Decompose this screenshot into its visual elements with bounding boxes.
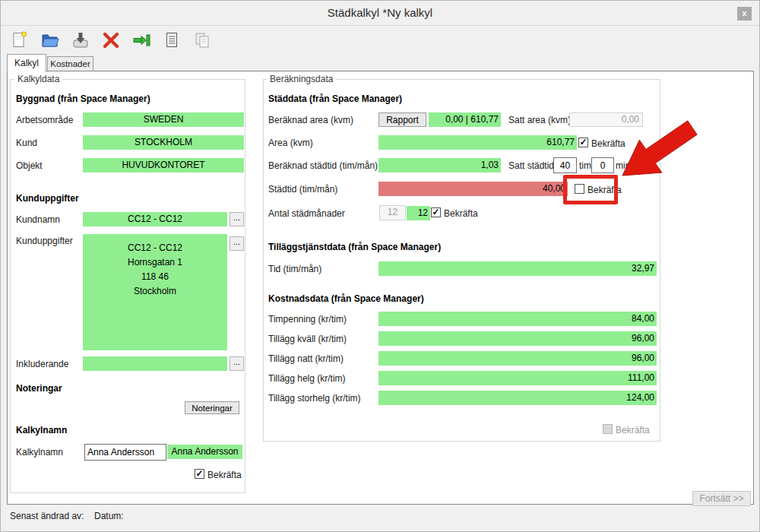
kunduppgifter-field: CC12 - CC12 Hornsgatan 1 118 46 Stockhol… xyxy=(83,234,227,350)
title-bar: Städkalkyl *Ny kalkyl xyxy=(1,1,759,26)
timpenning-field: 84,00 xyxy=(378,312,657,326)
kunduppgifter-line: CC12 - CC12 xyxy=(83,241,227,255)
kundnamn-field: CC12 - CC12 xyxy=(83,212,227,226)
beraknad-stadtid-label: Beräknad städtid (tim/mån) xyxy=(268,160,378,171)
save-icon[interactable] xyxy=(71,30,90,50)
objekt-field: HUVUDKONTORET xyxy=(83,158,244,173)
tillaggstjanst-heading: Tilläggstjänstdata (från Space Manager) xyxy=(268,242,441,252)
tillagg-natt-field: 96,00 xyxy=(378,351,657,366)
kund-label: Kund xyxy=(16,138,37,148)
tillagg-helg-field: 111,00 xyxy=(378,371,657,385)
beraknad-stadtid-field: 1,03 xyxy=(378,158,501,173)
objekt-label: Objekt xyxy=(16,160,43,171)
kalkyldata-group-label: Kalkyldata xyxy=(14,74,62,84)
highlight-rectangle-annotation xyxy=(563,175,618,204)
inkluderande-browse-button[interactable]: ... xyxy=(230,356,244,371)
noteringar-heading: Noteringar xyxy=(16,383,62,394)
kunduppgifter-heading: Kunduppgifter xyxy=(16,193,79,204)
beraknad-area-label: Beräknad area (kvm) xyxy=(268,115,353,125)
kundnamn-label: Kundnamn xyxy=(16,214,60,225)
kostnadsdata-heading: Kostnadsdata (från Space Manager) xyxy=(268,293,424,304)
senast-andrad-label: Senast ändrad av: xyxy=(10,511,84,521)
tillagg-kvall-field: 96,00 xyxy=(378,331,657,346)
fortsatt-button[interactable]: Fortsätt >> xyxy=(692,491,751,506)
status-bar: Senast ändrad av: Datum: xyxy=(1,505,759,532)
red-arrow-annotation xyxy=(613,113,704,182)
satt-stadtid-tim-input[interactable] xyxy=(553,157,577,173)
tillagg-helg-label: Tillägg helg (kr/tim) xyxy=(268,373,346,384)
arbetsomrade-label: Arbetsområde xyxy=(16,115,73,125)
kund-field: STOCKHOLM xyxy=(83,135,244,150)
new-icon[interactable] xyxy=(10,30,30,50)
area-label: Area (kvm) xyxy=(268,138,313,148)
kunduppgifter-line: Hornsgatan 1 xyxy=(83,255,227,270)
kalkylnamn-bekrafta-checkbox[interactable]: ✓ xyxy=(195,469,204,479)
delete-icon[interactable] xyxy=(101,30,121,50)
tid-label: Tid (tim/mån) xyxy=(268,264,321,274)
antal-set-field: 12 xyxy=(379,205,406,220)
kalkylnamn-heading: Kalkylnamn xyxy=(16,425,67,435)
app-window: Städkalkyl *Ny kalkyl x xyxy=(0,0,760,532)
tillagg-storhelg-label: Tillägg storhelg (kr/tim) xyxy=(268,393,361,404)
staddata-heading: Städdata (från Space Manager) xyxy=(268,93,402,104)
area-field: 610,77 xyxy=(378,135,577,150)
import-icon[interactable] xyxy=(131,30,151,50)
tim-label: tim xyxy=(579,160,591,171)
satt-area-label: Satt area (kvm) xyxy=(508,115,571,125)
antal-field: 12 xyxy=(407,206,430,220)
stadtid-label: Städtid (tim/mån) xyxy=(268,184,337,195)
toolbar xyxy=(10,28,212,52)
kundnamn-browse-button[interactable]: ... xyxy=(230,212,244,226)
satt-stadtid-label: Satt städtid xyxy=(508,160,554,171)
timpenning-label: Timpenning (kr/tim) xyxy=(268,314,347,325)
kalkylnamn-field: Anna Andersson xyxy=(167,445,242,459)
stadtid-field: 40,00 xyxy=(378,182,568,196)
berakningsdata-group xyxy=(263,79,660,442)
bottom-bekrafta-label: Bekräfta xyxy=(616,425,650,435)
inkluderande-field xyxy=(83,356,227,371)
tillagg-kvall-label: Tillägg kväll (kr/tim) xyxy=(268,334,347,344)
kunduppgifter-line: Stockholm xyxy=(83,284,227,299)
report-icon[interactable] xyxy=(162,30,182,50)
antal-bekrafta-checkbox[interactable]: ✓ xyxy=(431,207,441,217)
tillagg-storhelg-field: 124,00 xyxy=(378,391,657,405)
building-heading: Byggnad (från Space Manager) xyxy=(16,93,150,104)
noteringar-button[interactable]: Noteringar xyxy=(185,401,239,414)
kunduppgifter-browse-button[interactable]: ... xyxy=(230,236,244,251)
rapport-button[interactable]: Rapport xyxy=(378,112,426,127)
satt-stadtid-min-input[interactable] xyxy=(591,157,614,173)
inkluderande-label: Inkluderande xyxy=(16,359,68,369)
kunduppgifter-line: 118 46 xyxy=(83,270,227,284)
tid-field: 32,97 xyxy=(378,261,657,276)
tab-kalkyl[interactable]: Kalkyl xyxy=(7,54,46,72)
berakningsdata-group-label: Beräkningsdata xyxy=(267,74,336,84)
bottom-bekrafta-checkbox xyxy=(603,424,613,434)
window-title: Städkalkyl *Ny kalkyl xyxy=(1,1,759,24)
antal-stadmanader-label: Antal städmånader xyxy=(268,208,345,219)
copy-icon[interactable] xyxy=(192,30,212,50)
tab-kostnader[interactable]: Kostnader xyxy=(47,56,93,71)
open-icon[interactable] xyxy=(40,30,60,50)
tillagg-natt-label: Tillägg natt (kr/tim) xyxy=(268,353,344,364)
area-bekrafta-checkbox[interactable]: ✓ xyxy=(578,138,588,147)
antal-bekrafta-label: Bekräfta xyxy=(444,208,478,219)
kalkylnamn-label: Kalkylnamn xyxy=(16,447,63,458)
beraknad-area-field: 0,00 | 610,77 xyxy=(429,112,501,127)
close-icon[interactable]: x xyxy=(737,7,752,21)
datum-label: Datum: xyxy=(94,511,124,521)
kalkylnamn-input[interactable] xyxy=(84,444,166,461)
kalkylnamn-bekrafta-label: Bekräfta xyxy=(207,470,242,480)
kunduppgifter-label: Kunduppgifter xyxy=(16,236,73,246)
arbetsomrade-field: SWEDEN xyxy=(83,112,244,127)
